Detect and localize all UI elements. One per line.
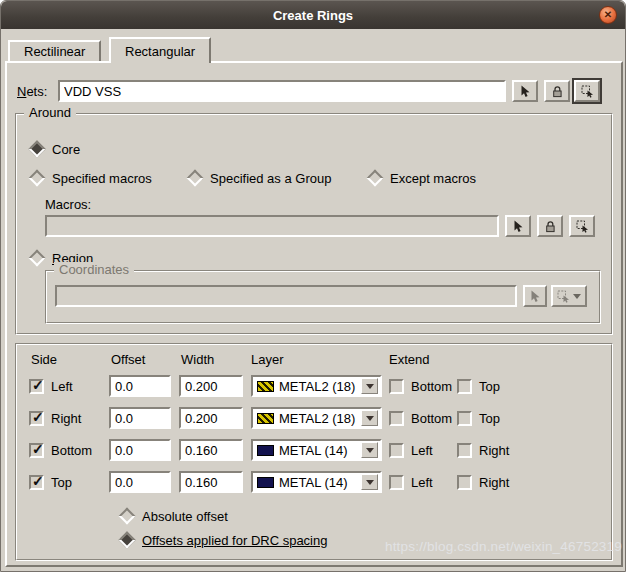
checkbox-indicator (29, 475, 44, 490)
macros-lock-button[interactable] (537, 215, 563, 237)
offset-input-left[interactable] (109, 375, 171, 397)
checkbox-indicator (457, 475, 472, 490)
radio-core[interactable]: Core (29, 141, 80, 157)
dropdown-arrow-icon[interactable] (361, 442, 378, 458)
coordinates-snap-button[interactable] (551, 285, 587, 307)
radio-indicator (29, 170, 46, 187)
offset-input-right[interactable] (109, 407, 171, 429)
around-legend: Around (24, 105, 76, 121)
radio-specified-macros[interactable]: Specified macros (29, 170, 152, 186)
lock-icon (551, 85, 564, 98)
layer-value-bottom: METAL (14) (279, 443, 348, 458)
radio-indicator (187, 170, 204, 187)
lock-icon (544, 220, 557, 233)
box-select-icon (557, 290, 570, 303)
layer-select-bottom[interactable]: METAL (14) (251, 439, 382, 461)
close-button[interactable]: ✕ (599, 6, 617, 24)
radio-core-label: Core (52, 142, 80, 157)
extend-label: Right (479, 443, 509, 458)
checkbox-indicator (389, 443, 404, 458)
radio-absolute-offset[interactable]: Absolute offset (119, 508, 228, 524)
extend-checkbox-top-left[interactable]: Left (389, 474, 433, 490)
nets-input[interactable] (58, 80, 506, 102)
offset-input-top[interactable] (109, 471, 171, 493)
side-checkbox-bottom[interactable]: Bottom (29, 442, 92, 458)
radio-indicator (29, 250, 46, 267)
layer-select-left[interactable]: METAL2 (18) (251, 375, 382, 397)
extend-label: Bottom (411, 379, 452, 394)
dropdown-arrow-icon[interactable] (361, 378, 378, 394)
side-checkbox-top[interactable]: Top (29, 474, 72, 490)
side-label-top: Top (51, 475, 72, 490)
coordinates-input[interactable] (55, 285, 517, 307)
tab-rectangular-label: Rectangular (125, 44, 195, 59)
nets-pick-button[interactable] (512, 80, 538, 102)
coordinates-pick-button[interactable] (523, 285, 547, 307)
offset-input-bottom[interactable] (109, 439, 171, 461)
layer-swatch-metal2 (257, 381, 274, 392)
radio-absolute-offset-label: Absolute offset (142, 509, 228, 524)
close-icon: ✕ (604, 10, 612, 20)
cursor-pick-icon (512, 220, 525, 233)
box-select-icon (581, 85, 594, 98)
radio-specified-group-label: Specified as a Group (210, 171, 331, 186)
side-checkbox-right[interactable]: Right (29, 410, 81, 426)
radio-indicator (29, 141, 46, 158)
header-layer: Layer (251, 352, 284, 368)
dropdown-arrow-icon[interactable] (361, 474, 378, 490)
layer-value-left: METAL2 (18) (279, 379, 355, 394)
extend-label: Bottom (411, 411, 452, 426)
dropdown-caret-icon (573, 294, 581, 299)
width-input-bottom[interactable] (179, 439, 243, 461)
checkbox-indicator (29, 411, 44, 426)
side-label-bottom: Bottom (51, 443, 92, 458)
radio-drc-offset[interactable]: Offsets applied for DRC spacing (119, 532, 327, 548)
create-rings-dialog: Create Rings ✕ Rectilinear Rectangular N… (0, 0, 626, 572)
dropdown-arrow-icon[interactable] (361, 410, 378, 426)
cursor-pick-icon (519, 85, 532, 98)
radio-specified-group[interactable]: Specified as a Group (187, 170, 331, 186)
extend-label: Top (479, 379, 500, 394)
window-title: Create Rings (273, 8, 353, 23)
width-input-left[interactable] (179, 375, 243, 397)
macros-pick-button[interactable] (505, 215, 531, 237)
checkbox-indicator (389, 379, 404, 394)
layer-select-top[interactable]: METAL (14) (251, 471, 382, 493)
nets-group-select-frame (572, 78, 602, 104)
checkbox-indicator (457, 411, 472, 426)
extend-checkbox-bottom-left[interactable]: Left (389, 442, 433, 458)
extend-checkbox-right-top[interactable]: Top (457, 410, 500, 426)
width-input-right[interactable] (179, 407, 243, 429)
header-width: Width (181, 352, 214, 368)
macros-input[interactable] (45, 215, 499, 237)
layer-value-right: METAL2 (18) (279, 411, 355, 426)
radio-except-macros[interactable]: Except macros (367, 170, 476, 186)
extend-checkbox-right-bottom[interactable]: Bottom (389, 410, 452, 426)
header-extend: Extend (389, 352, 429, 368)
side-checkbox-left[interactable]: Left (29, 378, 73, 394)
macros-group-select-button[interactable] (569, 215, 595, 237)
extend-label: Right (479, 475, 509, 490)
checkbox-indicator (457, 443, 472, 458)
radio-drc-offset-label: Offsets applied for DRC spacing (142, 533, 327, 548)
nets-group-select-button[interactable] (574, 80, 600, 102)
layer-swatch-metal (257, 477, 274, 488)
extend-checkbox-top-right[interactable]: Right (457, 474, 509, 490)
tab-rectilinear[interactable]: Rectilinear (8, 40, 101, 61)
layer-swatch-metal (257, 445, 274, 456)
box-select-icon (576, 220, 589, 233)
layer-select-right[interactable]: METAL2 (18) (251, 407, 382, 429)
radio-except-macros-label: Except macros (390, 171, 476, 186)
extend-checkbox-left-top[interactable]: Top (457, 378, 500, 394)
width-input-top[interactable] (179, 471, 243, 493)
extend-checkbox-left-bottom[interactable]: Bottom (389, 378, 452, 394)
titlebar: Create Rings ✕ (1, 1, 625, 29)
extend-checkbox-bottom-right[interactable]: Right (457, 442, 509, 458)
nets-lock-button[interactable] (544, 80, 570, 102)
extend-label: Left (411, 475, 433, 490)
checkbox-indicator (389, 411, 404, 426)
extend-label: Left (411, 443, 433, 458)
checkbox-indicator (389, 475, 404, 490)
tab-rectangular[interactable]: Rectangular (109, 37, 211, 63)
header-side: Side (31, 352, 57, 368)
